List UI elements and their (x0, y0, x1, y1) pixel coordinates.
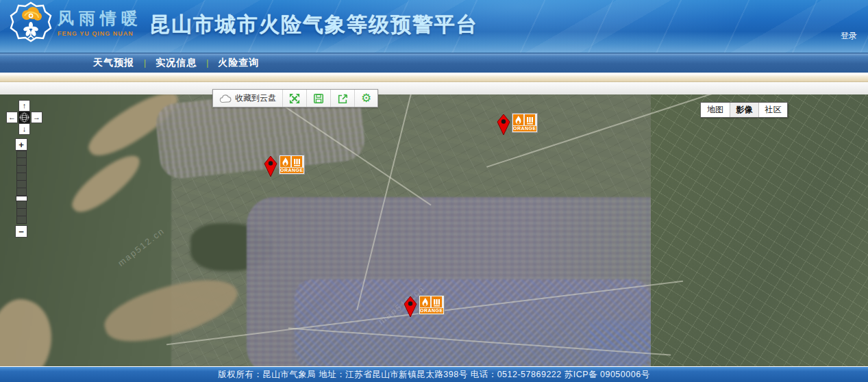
map-island (66, 147, 147, 220)
fire-level-label: ORANGE (280, 168, 303, 173)
zoom-level-step[interactable] (16, 181, 27, 188)
fullscreen-icon (289, 93, 300, 104)
nav-separator: | (206, 58, 208, 68)
map-road (288, 327, 671, 355)
fire-warning-badge: ORANGE (419, 295, 445, 315)
zoom-slider-handle[interactable] (16, 196, 27, 201)
map-pin-icon (497, 114, 510, 135)
page: 风雨情暖 FENG YU QING NUAN 昆山市城市火险气象等级预警平台 登… (0, 0, 868, 382)
page-title: 昆山市城市火险气象等级预警平台 (149, 11, 478, 39)
map-road (356, 94, 412, 310)
fullscreen-button[interactable] (282, 90, 306, 107)
fire-warning-badge: ORANGE (279, 155, 305, 175)
footer: 版权所有：昆山市气象局 地址：江苏省昆山市新镇昆太路398号 电话：0512-5… (0, 367, 868, 382)
logo-name-cn: 风雨情暖 (58, 8, 142, 29)
zoom-level-step[interactable] (16, 151, 27, 158)
map-road (226, 94, 432, 205)
gear-icon: ⚙ (361, 92, 371, 104)
zoom-level-step[interactable] (16, 173, 27, 181)
zoom-in-button[interactable]: + (15, 138, 27, 151)
zoom-level-step[interactable] (16, 188, 27, 196)
map-type-button-community[interactable]: 社区 (758, 103, 787, 117)
zoom-control: + − (15, 138, 27, 238)
zoom-level-step[interactable] (16, 209, 27, 216)
map-pin-icon (404, 296, 417, 317)
map-urban-region (247, 197, 685, 366)
logo-text: 风雨情暖 FENG YU QING NUAN (58, 8, 142, 37)
flame-icon (280, 156, 290, 167)
save-to-cloud-label: 收藏到云盘 (235, 92, 276, 104)
logo: 风雨情暖 FENG YU QING NUAN (10, 1, 142, 42)
nav-item-fire-risk-query[interactable]: 火险查询 (218, 57, 259, 69)
pan-down-button[interactable]: ↓ (18, 123, 30, 135)
fire-warning-marker[interactable]: ORANGE (264, 156, 305, 177)
map-island (82, 94, 185, 166)
zoom-level-ladder (16, 151, 27, 224)
map-small-lake (190, 223, 273, 271)
map-pin-icon (264, 156, 277, 177)
fire-warning-marker[interactable]: ORANGE (497, 114, 538, 135)
map-watermark: map512.cn (116, 225, 166, 268)
pan-up-button[interactable]: ↑ (18, 100, 30, 112)
map-canvas[interactable]: map512.cn map512.cn ↑ ← → ↓ + (0, 94, 868, 366)
logo-name-en: FENG YU QING NUAN (58, 30, 142, 37)
zoom-out-button[interactable]: − (15, 225, 27, 238)
zoom-level-step[interactable] (16, 201, 27, 209)
globe-icon (19, 112, 29, 123)
share-export-icon (337, 93, 348, 104)
settings-button[interactable]: ⚙ (354, 90, 377, 107)
fire-warning-marker[interactable]: ORANGE (404, 296, 445, 317)
flame-icon (513, 114, 523, 125)
map-type-button-map[interactable]: 地图 (701, 103, 730, 117)
nav-separator: | (144, 58, 146, 68)
zoom-level-step[interactable] (16, 166, 27, 173)
copyright-text: 版权所有：昆山市气象局 地址：江苏省昆山市新镇昆太路398号 电话：0512-5… (218, 369, 649, 381)
flame-icon (420, 296, 430, 307)
map-industrial-region (589, 320, 815, 366)
site-header: 风雨情暖 FENG YU QING NUAN 昆山市城市火险气象等级预警平台 登… (0, 0, 868, 53)
main-nav: 天气预报 | 实况信息 | 火险查询 (0, 53, 868, 73)
save-button[interactable] (306, 90, 330, 107)
logo-badge-icon (10, 1, 52, 42)
save-disk-icon (313, 93, 324, 104)
pan-right-button[interactable]: → (31, 112, 42, 123)
fire-level-bars-icon (525, 114, 535, 125)
map-island (0, 293, 61, 366)
nav-item-weather-forecast[interactable]: 天气预报 (93, 57, 134, 69)
nav-item-live-info[interactable]: 实况信息 (156, 57, 197, 69)
pan-left-button[interactable]: ← (6, 112, 18, 123)
map-toolbar: 收藏到云盘 ⚙ (212, 89, 378, 107)
save-to-cloud-button[interactable]: 收藏到云盘 (213, 90, 282, 107)
zoom-level-step[interactable] (16, 216, 27, 224)
map-type-switcher: 地图 影像 社区 (700, 102, 788, 118)
fire-level-bars-icon (292, 156, 302, 167)
map-type-button-imagery[interactable]: 影像 (730, 103, 758, 117)
map-farmland-region (651, 94, 868, 366)
fire-warning-badge: ORANGE (512, 113, 538, 133)
globe-reset-button[interactable] (18, 112, 30, 123)
beige-divider-strip (0, 74, 868, 82)
fire-level-label: ORANGE (513, 126, 536, 131)
login-link[interactable]: 登录 (841, 30, 857, 42)
share-button[interactable] (330, 90, 354, 107)
cloud-icon (219, 94, 232, 103)
zoom-level-step[interactable] (16, 158, 27, 166)
gray-spacer-strip (0, 82, 868, 94)
fire-level-bars-icon (432, 296, 442, 307)
fire-level-label: ORANGE (420, 308, 443, 314)
map-dense-urban-region (295, 279, 651, 366)
map-peninsula (99, 266, 244, 354)
